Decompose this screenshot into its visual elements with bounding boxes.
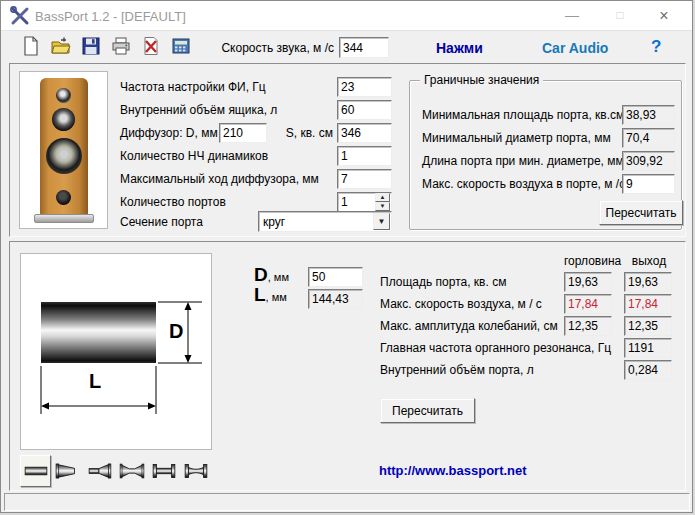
- print-icon[interactable]: [111, 36, 131, 56]
- woofer-count-label: Количество НЧ динамиков: [120, 149, 268, 163]
- speed-of-sound-input[interactable]: [339, 37, 389, 58]
- port-shape-flanged-hourglass-icon[interactable]: [180, 455, 211, 487]
- woofer: [46, 138, 82, 174]
- l-dim-field: [308, 289, 363, 309]
- midrange-driver: [52, 108, 75, 131]
- port-section-label: Сечение порта: [120, 215, 203, 229]
- port-area-label: Площадь порта, кв. см: [380, 275, 506, 289]
- port-shape-cone-icon[interactable]: [52, 455, 83, 487]
- spin-up-icon[interactable]: ▲: [375, 193, 390, 202]
- bassport-link[interactable]: http://www.bassport.net: [379, 463, 527, 478]
- amplitude-throat-field: [564, 316, 612, 336]
- new-file-icon[interactable]: [21, 36, 41, 56]
- min-area-field: [622, 105, 675, 125]
- calculator-icon[interactable]: [171, 36, 191, 56]
- port-count-label: Количество портов: [120, 195, 226, 209]
- l-dim-label: L, мм: [254, 284, 287, 306]
- port-recalc-button[interactable]: Пересчитать: [380, 398, 475, 423]
- speaker-base: [34, 214, 94, 223]
- maximize-button[interactable]: □: [600, 1, 640, 30]
- port-diagram: D L: [20, 253, 212, 450]
- port-section-value: круг: [263, 215, 285, 229]
- chevron-down-icon[interactable]: ▼: [373, 213, 390, 230]
- title-bar: BassPort 1.2 - [DEFAULT] — □ ×: [1, 1, 692, 31]
- port-volume-label: Внутренний объём порта, л: [380, 363, 534, 377]
- air-speed-exit-field: [624, 294, 672, 314]
- air-speed-throat-field: [564, 294, 612, 314]
- tuning-freq-label: Частота настройки ФИ, Гц: [120, 80, 266, 94]
- diagram-d-label: D: [169, 320, 183, 343]
- min-area-label: Минимальная площадь порта, кв.см: [422, 108, 624, 122]
- port-section-select[interactable]: круг ▼: [258, 211, 392, 232]
- close-button[interactable]: ×: [644, 1, 684, 30]
- length-at-min-label: Длина порта при мин. диаметре, мм: [422, 154, 624, 168]
- max-air-speed-label: Макс. скорость воздуха в порте, м /с: [422, 177, 625, 191]
- speed-of-sound-label: Скорость звука, м /с: [201, 41, 334, 55]
- amplitude-label: Макс. амплитуда колебаний, см: [380, 319, 558, 333]
- help-button[interactable]: ?: [651, 37, 661, 57]
- delete-icon[interactable]: [141, 36, 161, 56]
- diffuser-area-label: S, кв. см: [278, 126, 333, 140]
- port-hole: [56, 190, 71, 205]
- press-link[interactable]: Нажми: [436, 40, 483, 56]
- parameters-panel: Частота настройки ФИ, Гц Внутренний объё…: [9, 63, 686, 237]
- port-shape-double-horn-icon[interactable]: [116, 455, 147, 487]
- port-area-exit-field: [624, 272, 672, 292]
- bassport-window: BassPort 1.2 - [DEFAULT] — □ ×: [0, 0, 693, 513]
- d-dim-input[interactable]: [308, 267, 363, 287]
- diffuser-label: Диффузор: D, мм: [120, 126, 218, 140]
- tuning-freq-input[interactable]: [337, 77, 392, 97]
- tweeter: [56, 88, 71, 103]
- port-shape-flanged-tube-icon[interactable]: [148, 455, 179, 487]
- port-shape-straight-tube-icon[interactable]: [20, 455, 51, 487]
- minimize-button[interactable]: —: [552, 1, 592, 30]
- organ-resonance-field: [624, 338, 672, 358]
- d-dim-label: D, мм: [254, 264, 289, 286]
- min-diameter-label: Минимальный диаметр порта, мм: [422, 131, 611, 145]
- limits-title: Граничные значения: [420, 73, 543, 87]
- max-air-speed-input[interactable]: [622, 174, 675, 194]
- diffuser-diameter-input[interactable]: [219, 123, 267, 143]
- exit-column-header: выход: [624, 254, 674, 268]
- max-excursion-input[interactable]: [337, 169, 392, 189]
- toolbar: Скорость звука, м /с Нажми Car Audio ?: [1, 31, 692, 63]
- min-diameter-field: [622, 128, 675, 148]
- limits-recalc-button[interactable]: Пересчитать: [599, 200, 683, 225]
- save-file-icon[interactable]: [81, 36, 101, 56]
- window-title: BassPort 1.2 - [DEFAULT]: [35, 9, 186, 24]
- port-panel: D L: [9, 241, 686, 491]
- dimension-arrows: [21, 254, 213, 451]
- air-speed-label: Макс. скорость воздуха, м / с: [380, 297, 542, 311]
- car-audio-link[interactable]: Car Audio: [542, 40, 608, 56]
- diffuser-area-input[interactable]: [337, 123, 392, 143]
- app-tools-icon: [10, 6, 30, 26]
- port-area-throat-field: [564, 272, 612, 292]
- speaker-image: [19, 71, 108, 229]
- spin-down-icon[interactable]: ▼: [375, 202, 390, 211]
- organ-resonance-label: Главная частота органного резонанса, Гц: [380, 341, 611, 355]
- box-volume-label: Внутренний объём ящика, л: [120, 103, 277, 117]
- woofer-count-input[interactable]: [337, 146, 392, 166]
- status-bar: [4, 493, 690, 511]
- port-volume-field: [624, 360, 672, 380]
- port-shape-horn-icon[interactable]: [84, 455, 115, 487]
- length-at-min-field: [622, 151, 675, 171]
- max-excursion-label: Максимальный ход диффузора, мм: [120, 172, 319, 186]
- throat-column-header: горловина: [564, 254, 614, 268]
- open-file-icon[interactable]: [51, 36, 71, 56]
- amplitude-exit-field: [624, 316, 672, 336]
- box-volume-input[interactable]: [337, 100, 392, 120]
- limits-groupbox: Граничные значения Минимальная площадь п…: [409, 80, 682, 230]
- diagram-l-label: L: [89, 370, 101, 393]
